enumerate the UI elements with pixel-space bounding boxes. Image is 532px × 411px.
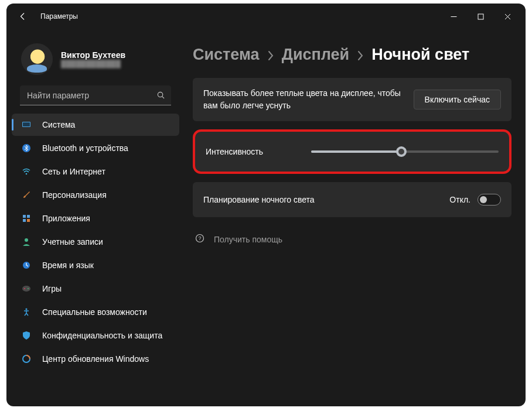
crumb-system[interactable]: Система bbox=[193, 46, 260, 64]
nav-label: Учетные записи bbox=[42, 237, 103, 246]
maximize-icon bbox=[478, 13, 484, 20]
brush-icon bbox=[21, 190, 32, 200]
avatar bbox=[21, 43, 53, 75]
svg-point-14 bbox=[22, 286, 30, 292]
svg-point-16 bbox=[28, 288, 29, 289]
info-card: Показывать более теплые цвета на дисплее… bbox=[193, 78, 511, 121]
nav-label: Игры bbox=[42, 284, 62, 293]
nav-label: Система bbox=[42, 120, 75, 129]
nav-list: Система Bluetooth и устройства Сеть и Ин… bbox=[12, 114, 179, 370]
wifi-icon bbox=[21, 166, 32, 177]
svg-point-15 bbox=[24, 288, 25, 289]
svg-line-3 bbox=[162, 97, 164, 98]
maximize-button[interactable] bbox=[467, 7, 494, 26]
search-box[interactable] bbox=[20, 85, 171, 105]
update-icon bbox=[21, 354, 32, 364]
nav-label: Bluetooth и устройства bbox=[42, 143, 128, 153]
nav-label: Приложения bbox=[42, 214, 90, 223]
profile-name: Виктор Бухтеев bbox=[61, 50, 125, 60]
slider-fill bbox=[311, 150, 401, 153]
window-controls bbox=[440, 7, 521, 26]
bluetooth-icon bbox=[21, 143, 32, 153]
help-link[interactable]: Получить помощь bbox=[214, 235, 282, 244]
svg-rect-5 bbox=[23, 122, 30, 126]
breadcrumb: Система Дисплей Ночной свет bbox=[193, 46, 511, 64]
nav-label: Время и язык bbox=[42, 261, 94, 270]
schedule-state: Откл. bbox=[449, 195, 470, 204]
settings-window: Параметры Виктор Бухтеев ████████████ bbox=[6, 4, 526, 406]
svg-rect-8 bbox=[23, 215, 26, 218]
help-icon: ? bbox=[195, 234, 204, 245]
nav-label: Сеть и Интернет bbox=[42, 167, 105, 176]
nav-label: Специальные возможности bbox=[42, 307, 147, 317]
chevron-right-icon bbox=[356, 46, 364, 64]
search-input[interactable] bbox=[27, 91, 156, 100]
svg-rect-9 bbox=[27, 215, 30, 218]
nav-windows-update[interactable]: Центр обновления Windows bbox=[12, 348, 179, 370]
intensity-label: Интенсивность bbox=[206, 147, 299, 156]
intensity-slider[interactable] bbox=[311, 146, 499, 157]
slider-thumb[interactable] bbox=[396, 146, 407, 157]
minimize-button[interactable] bbox=[440, 7, 467, 26]
svg-rect-1 bbox=[478, 14, 483, 19]
nav-personalization[interactable]: Персонализация bbox=[12, 184, 179, 206]
turn-on-now-button[interactable]: Включить сейчас bbox=[414, 90, 501, 109]
profile-block[interactable]: Виктор Бухтеев ████████████ bbox=[12, 39, 179, 85]
nav-system[interactable]: Система bbox=[12, 114, 179, 136]
nav-apps[interactable]: Приложения bbox=[12, 207, 179, 230]
crumb-display[interactable]: Дисплей bbox=[282, 46, 350, 64]
person-icon bbox=[21, 237, 32, 247]
sidebar: Виктор Бухтеев ████████████ Система Blue… bbox=[6, 29, 185, 406]
nav-gaming[interactable]: Игры bbox=[12, 278, 179, 300]
schedule-card[interactable]: Планирование ночного света Откл. bbox=[193, 182, 511, 217]
system-icon bbox=[21, 119, 32, 130]
svg-rect-10 bbox=[23, 219, 26, 222]
schedule-toggle[interactable] bbox=[478, 194, 501, 206]
apps-icon bbox=[21, 213, 32, 224]
svg-point-7 bbox=[26, 173, 28, 175]
search-icon bbox=[156, 91, 165, 100]
crumb-nightlight: Ночной свет bbox=[371, 46, 469, 64]
close-button[interactable] bbox=[494, 7, 521, 26]
svg-point-17 bbox=[25, 308, 27, 310]
nav-accounts[interactable]: Учетные записи bbox=[12, 231, 179, 253]
nav-privacy[interactable]: Конфиденциальность и защита bbox=[12, 324, 179, 347]
nav-label: Центр обновления Windows bbox=[42, 354, 149, 364]
minimize-icon bbox=[451, 13, 457, 20]
chevron-right-icon bbox=[267, 46, 275, 64]
nav-network[interactable]: Сеть и Интернет bbox=[12, 160, 179, 183]
svg-point-12 bbox=[25, 238, 28, 242]
nav-label: Конфиденциальность и защита bbox=[42, 331, 162, 340]
close-icon bbox=[504, 13, 511, 20]
nav-bluetooth[interactable]: Bluetooth и устройства bbox=[12, 137, 179, 159]
schedule-label: Планирование ночного света bbox=[203, 195, 449, 204]
gaming-icon bbox=[21, 283, 32, 294]
clock-icon bbox=[21, 260, 32, 270]
shield-icon bbox=[21, 330, 32, 341]
info-text: Показывать более теплые цвета на дисплее… bbox=[203, 87, 403, 112]
content-area: Система Дисплей Ночной свет Показывать б… bbox=[185, 29, 526, 406]
help-row: ? Получить помощь bbox=[193, 234, 511, 245]
accessibility-icon bbox=[21, 307, 32, 317]
nav-time-language[interactable]: Время и язык bbox=[12, 254, 179, 276]
window-title: Параметры bbox=[40, 12, 78, 20]
svg-rect-11 bbox=[27, 219, 30, 222]
nav-label: Персонализация bbox=[42, 190, 107, 200]
back-button[interactable] bbox=[15, 8, 31, 25]
intensity-card: Интенсивность bbox=[193, 129, 511, 174]
svg-text:?: ? bbox=[198, 235, 201, 241]
svg-point-2 bbox=[158, 92, 162, 97]
profile-email: ████████████ bbox=[61, 60, 125, 68]
titlebar: Параметры bbox=[6, 4, 526, 29]
nav-accessibility[interactable]: Специальные возможности bbox=[12, 301, 179, 323]
arrow-left-icon bbox=[19, 12, 27, 20]
